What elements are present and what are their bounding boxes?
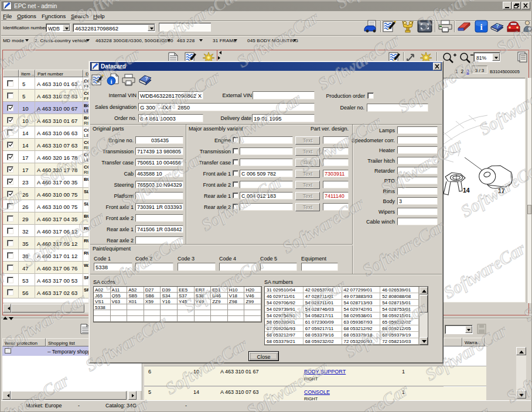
svg-text:?: ? [496, 23, 499, 29]
svg-text:i: i [110, 78, 112, 85]
svg-text:14: 14 [463, 187, 470, 194]
svg-text:?: ? [145, 75, 148, 81]
svg-text:i: i [480, 22, 482, 32]
svg-text:17: 17 [498, 187, 505, 194]
